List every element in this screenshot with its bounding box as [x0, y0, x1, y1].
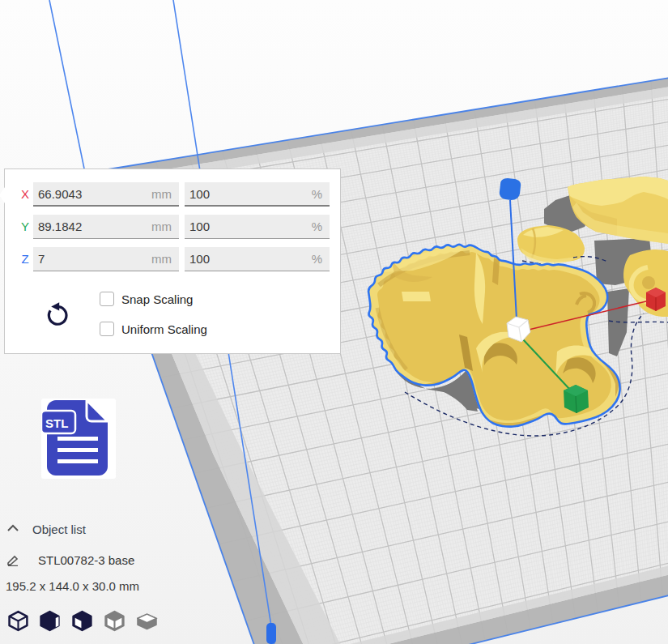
svg-text:STL: STL [45, 416, 68, 430]
